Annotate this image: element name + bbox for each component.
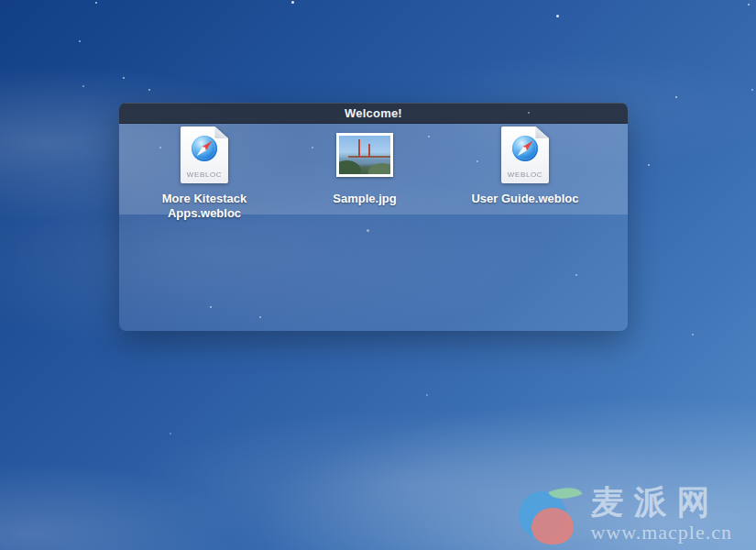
- desktop-background: Welcome!: [0, 0, 756, 550]
- star-specks: [0, 0, 2, 2]
- file-label: Sample.jpg: [296, 192, 433, 206]
- webloc-badge-text: WEBLOC: [181, 170, 228, 179]
- watermark-text-block: 麦派网 www.macple.cn: [590, 485, 732, 544]
- photo-thumbnail-icon: [336, 133, 393, 177]
- webloc-file-icon: WEBLOC: [501, 126, 549, 183]
- window-titlebar[interactable]: Welcome!: [119, 103, 628, 124]
- logo-red-apple-icon: [531, 508, 574, 544]
- bridge-tower: [358, 139, 360, 158]
- bridge-tower: [368, 144, 370, 157]
- webloc-file-icon: WEBLOC: [181, 126, 228, 183]
- window-content: WEBLOC More Kitestack Apps.webloc: [119, 124, 628, 331]
- file-label: User Guide.webloc: [456, 192, 594, 206]
- foreground-bush: [339, 160, 361, 174]
- golden-gate-photo: [339, 136, 390, 174]
- file-item-sample-jpg[interactable]: Sample.jpg: [296, 126, 433, 206]
- logo-blue-circle-icon: [519, 491, 566, 539]
- file-item-more-kitestack-apps[interactable]: WEBLOC More Kitestack Apps.webloc: [136, 126, 273, 221]
- watermark-site-url: www.macple.cn: [590, 521, 732, 544]
- window-title: Welcome!: [345, 106, 402, 120]
- icon-slot: WEBLOC: [501, 126, 549, 184]
- dmg-welcome-window: Welcome!: [119, 103, 628, 331]
- logo-green-leaf-icon: [549, 480, 584, 506]
- watermark-site-name: 麦派网: [590, 485, 732, 520]
- icon-slot: [336, 126, 393, 184]
- hillside: [368, 163, 390, 174]
- safari-compass-icon: [190, 134, 219, 163]
- safari-compass-icon: [510, 134, 540, 163]
- watermark: 麦派网 www.macple.cn: [517, 485, 732, 544]
- icon-slot: WEBLOC: [181, 126, 228, 184]
- file-item-user-guide[interactable]: WEBLOC User Guide.webloc: [456, 126, 594, 206]
- webloc-badge-text: WEBLOC: [501, 170, 549, 179]
- file-label: More Kitestack Apps.webloc: [136, 192, 273, 221]
- bright-star-specks: [0, 0, 3, 3]
- macple-apple-logo: [517, 486, 583, 544]
